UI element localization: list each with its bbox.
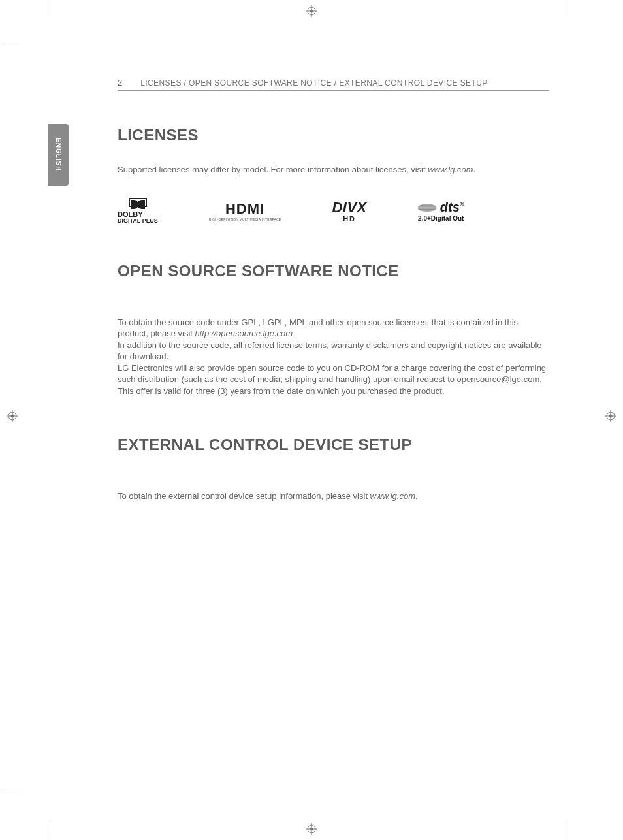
dts-sub: 2.0+Digital Out <box>418 215 464 222</box>
oss-paragraph-3: LG Electronics will also provide open so… <box>118 363 549 397</box>
page-content: 2 LICENSES / OPEN SOURCE SOFTWARE NOTICE… <box>118 78 549 502</box>
external-p-pre: To obtain the external control device se… <box>118 491 370 501</box>
hdmi-main: HDMI <box>225 201 264 218</box>
external-heading: EXTERNAL CONTROL DEVICE SETUP <box>118 436 549 454</box>
crop-mark <box>566 0 566 16</box>
crop-mark <box>50 0 50 16</box>
licenses-intro-post: . <box>473 165 476 174</box>
oss-paragraph-2: In addition to the source code, all refe… <box>118 340 549 363</box>
divx-sub: HD <box>343 215 356 223</box>
divx-main: DIVX <box>332 199 366 216</box>
licenses-heading: LICENSES <box>118 126 549 144</box>
dts-logo: dts® 2.0+Digital Out <box>418 198 464 224</box>
external-p-post: . <box>415 491 418 501</box>
dolby-text: DOLBY DIGITAL PLUS <box>118 211 158 224</box>
dts-trademark: ® <box>460 201 464 208</box>
language-label: ENGLISH <box>55 138 62 171</box>
licenses-intro-link: www.lg.com <box>428 165 473 174</box>
license-logos-row: DOLBY DIGITAL PLUS HDMI HIGH-DEFINITION … <box>118 198 549 224</box>
running-header: 2 LICENSES / OPEN SOURCE SOFTWARE NOTICE… <box>118 78 549 91</box>
crop-mark <box>4 794 21 794</box>
dolby-mark-icon <box>129 198 147 207</box>
page-number: 2 <box>118 78 122 88</box>
registration-mark-icon <box>306 5 317 17</box>
oss-p1-post: . <box>293 329 297 338</box>
oss-p1-link: http://opensource.lge.com <box>195 329 293 338</box>
language-tab: ENGLISH <box>48 124 69 186</box>
oss-heading: OPEN SOURCE SOFTWARE NOTICE <box>118 262 549 280</box>
dolby-line2: DIGITAL PLUS <box>118 218 158 224</box>
dts-disc-icon <box>415 204 438 212</box>
external-paragraph: To obtain the external control device se… <box>118 491 549 502</box>
licenses-intro-text: Supported licenses may differ by model. … <box>118 165 428 174</box>
oss-paragraph-1: To obtain the source code under GPL, LGP… <box>118 317 549 340</box>
dolby-line1: DOLBY <box>118 210 143 218</box>
crop-mark <box>4 46 21 46</box>
crop-mark <box>566 824 566 840</box>
hdmi-logo: HDMI HIGH-DEFINITION MULTIMEDIA INTERFAC… <box>209 198 281 224</box>
external-p-link: www.lg.com <box>370 491 415 501</box>
licenses-intro: Supported licenses may differ by model. … <box>118 164 549 176</box>
oss-p1-pre: To obtain the source code under GPL, LGP… <box>118 317 518 339</box>
dts-main: dts® <box>440 200 464 215</box>
divx-logo: DIVX HD <box>332 198 366 224</box>
header-title: LICENSES / OPEN SOURCE SOFTWARE NOTICE /… <box>140 78 487 88</box>
hdmi-sub: HIGH-DEFINITION MULTIMEDIA INTERFACE <box>209 218 281 221</box>
registration-mark-icon <box>7 410 18 422</box>
registration-mark-icon <box>306 823 317 835</box>
crop-mark <box>50 824 50 840</box>
dolby-logo: DOLBY DIGITAL PLUS <box>118 198 158 224</box>
registration-mark-icon <box>605 410 616 422</box>
